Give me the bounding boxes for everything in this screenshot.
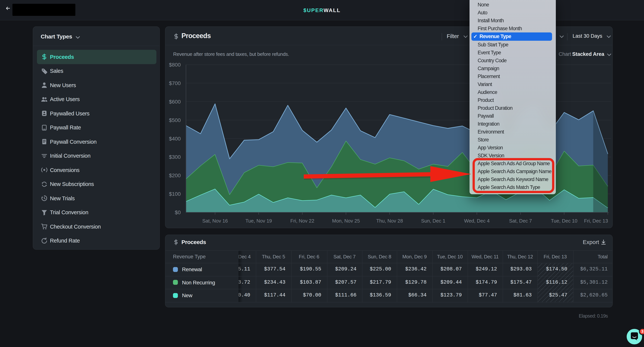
svg-text:Thu, Nov 28: Thu, Nov 28 bbox=[376, 218, 403, 224]
svg-text:Sat, Nov 16: Sat, Nov 16 bbox=[202, 218, 228, 224]
svg-text:$400: $400 bbox=[169, 136, 180, 142]
svg-text:Mon, Nov 25: Mon, Nov 25 bbox=[332, 218, 360, 224]
svg-text:$300: $300 bbox=[169, 154, 180, 160]
svg-text:$500: $500 bbox=[169, 117, 180, 123]
svg-text:$800: $800 bbox=[169, 62, 180, 68]
svg-text:$200: $200 bbox=[169, 173, 180, 178]
svg-text:$100: $100 bbox=[169, 191, 180, 197]
svg-text:$700: $700 bbox=[169, 80, 180, 86]
svg-text:Tue, Nov 19: Tue, Nov 19 bbox=[245, 218, 272, 224]
svg-text:Tue, Dec 10: Tue, Dec 10 bbox=[551, 218, 577, 224]
svg-text:Wed, Dec 4: Wed, Dec 4 bbox=[464, 218, 489, 224]
svg-text:$600: $600 bbox=[169, 99, 180, 105]
svg-text:$0: $0 bbox=[175, 209, 180, 215]
svg-text:Fri, Dec 13: Fri, Dec 13 bbox=[584, 218, 608, 224]
svg-text:Sun, Dec 1: Sun, Dec 1 bbox=[421, 218, 445, 224]
svg-text:Sat, Dec 7: Sat, Dec 7 bbox=[509, 218, 532, 224]
svg-text:Fri, Nov 22: Fri, Nov 22 bbox=[290, 218, 314, 224]
